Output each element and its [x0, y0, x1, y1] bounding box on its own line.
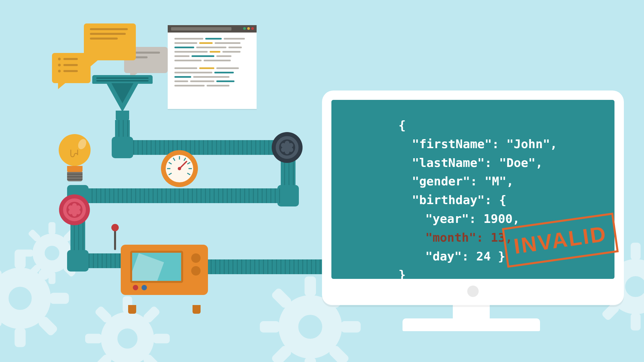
pipe-segment [84, 188, 281, 203]
machine-icon [121, 245, 208, 305]
gear-icon [84, 295, 171, 362]
json-line: "lastName": "Doe", [398, 154, 601, 172]
machine-led-blue [142, 285, 147, 290]
machine-knob [191, 253, 201, 263]
svg-rect-34 [341, 322, 360, 332]
json-line: "gender": "M", [398, 172, 601, 191]
svg-point-49 [625, 276, 644, 298]
pipe-segment [130, 140, 281, 155]
svg-rect-41 [631, 243, 640, 259]
monitor-stand-base [402, 318, 540, 331]
svg-rect-32 [305, 358, 316, 362]
doc-titlebar [168, 25, 257, 33]
svg-rect-23 [86, 334, 101, 343]
chat-bubble-yellow-icon [84, 23, 136, 60]
svg-rect-31 [305, 277, 316, 296]
svg-rect-2 [15, 328, 25, 347]
svg-rect-12 [49, 272, 55, 284]
svg-point-39 [298, 314, 323, 339]
svg-point-29 [117, 328, 138, 349]
machine-led-red [133, 285, 138, 290]
pipe-segment [85, 253, 125, 268]
monitor-stand-neck [453, 303, 490, 320]
funnel-outlet [116, 111, 129, 121]
machine-screen [130, 251, 183, 283]
funnel-inner [111, 83, 133, 103]
svg-rect-33 [260, 322, 279, 332]
svg-rect-11 [49, 223, 55, 234]
json-line: { [398, 116, 601, 135]
monitor-icon: { "firstName": "John", "lastName": "Doe"… [322, 90, 624, 305]
json-line: "firstName": "John", [398, 135, 601, 154]
svg-rect-24 [154, 334, 169, 343]
json-line: } [398, 265, 601, 284]
doc-body [168, 33, 257, 95]
svg-point-19 [44, 245, 60, 261]
monitor-screen: { "firstName": "John", "lastName": "Doe"… [331, 100, 614, 279]
chat-bubble-list-icon [52, 53, 91, 83]
machine-knob [191, 266, 201, 276]
dark-valve-icon [272, 132, 303, 163]
funnel-tray-icon [92, 75, 153, 84]
gauge-icon [161, 150, 198, 187]
document-window-icon [168, 25, 257, 109]
lightbulb-icon [59, 134, 91, 181]
monitor-home-button-icon [467, 286, 479, 297]
svg-rect-13 [21, 250, 33, 256]
pipe-to-monitor [207, 259, 323, 274]
machine-antenna-icon [114, 230, 116, 250]
svg-point-9 [8, 286, 32, 310]
svg-rect-42 [631, 314, 640, 330]
json-line: "birthday": { [398, 191, 601, 209]
svg-rect-4 [50, 293, 68, 303]
red-valve-icon [59, 194, 90, 225]
